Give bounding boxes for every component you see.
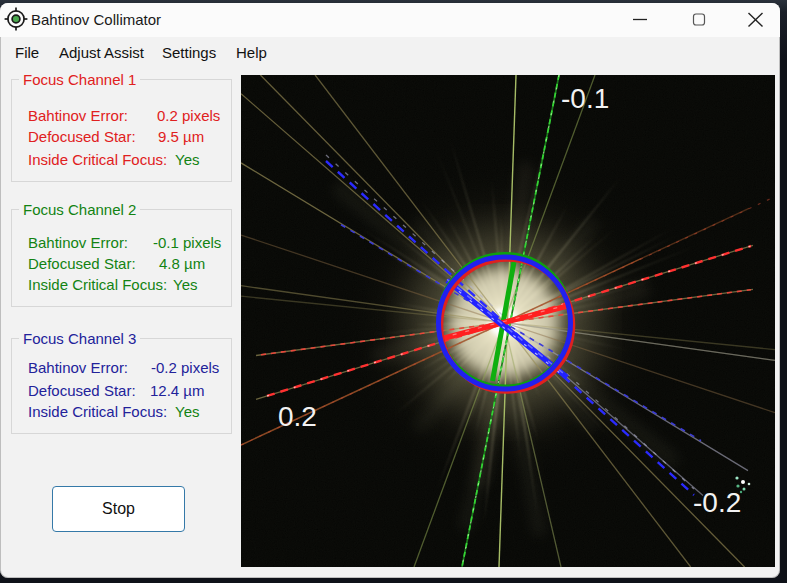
svg-text:0.2: 0.2 xyxy=(278,401,317,432)
svg-text:-0.2: -0.2 xyxy=(693,487,741,518)
svg-text:-0.1: -0.1 xyxy=(561,83,609,114)
